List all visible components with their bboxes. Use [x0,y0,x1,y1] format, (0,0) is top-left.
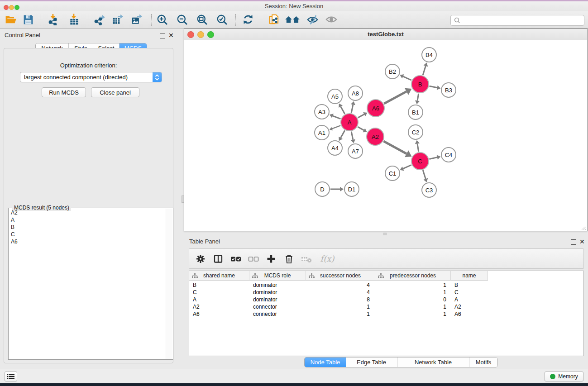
import-network-icon[interactable] [47,13,60,26]
graph-edge[interactable] [417,94,419,101]
mcds-result-item[interactable]: B [9,224,166,231]
table-row[interactable]: Adominator80A [189,296,583,303]
delete-table-icon[interactable] [301,253,312,265]
delete-row-icon[interactable] [283,253,295,265]
graph-node-A1[interactable]: A1 [315,125,329,140]
graph-node-A6[interactable]: A6 [367,100,384,117]
table-settings-icon[interactable] [195,253,206,265]
graph-edge[interactable] [332,125,341,129]
graph-edge[interactable] [430,86,437,88]
task-history-button[interactable] [5,372,17,381]
graph-edge[interactable] [403,165,411,168]
mcds-result-item[interactable]: A [9,216,166,224]
graph-node-D1[interactable]: D1 [344,182,359,196]
graph-node-D[interactable]: D [315,182,330,196]
table-row[interactable]: A2connector11A2 [189,303,583,310]
column-header-shared-name[interactable]: shared name [189,271,249,281]
save-session-icon[interactable] [22,13,34,26]
apply-function-icon[interactable]: f(x) [318,253,336,265]
graph-node-A[interactable]: A [341,114,358,131]
table-row[interactable]: Cdominator41C [189,289,583,296]
result-scrollbar[interactable] [166,209,172,359]
graph-edge[interactable] [403,76,411,80]
graph-node-A2[interactable]: A2 [367,128,384,145]
zoom-in-icon[interactable] [156,13,168,26]
zoom-traffic-light[interactable] [14,5,19,10]
close-panel-icon[interactable]: ✕ [168,33,174,38]
new-network-from-selection-icon[interactable] [268,13,281,26]
graph-node-C1[interactable]: C1 [385,166,400,181]
tab-edge-table[interactable]: Edge Table [346,357,397,367]
graph-node-C4[interactable]: C4 [441,148,456,162]
mcds-result-item[interactable]: A6 [9,238,166,245]
graph-edge[interactable] [429,157,437,159]
import-table-icon[interactable] [68,13,81,26]
network-close-traffic-light[interactable] [187,31,194,38]
table-row[interactable]: A6connector11A6 [189,310,583,318]
zoom-fit-icon[interactable] [196,13,208,26]
graph-edge[interactable] [384,91,406,104]
graph-node-B[interactable]: B [411,76,429,93]
export-table-icon[interactable] [111,13,124,26]
graph-edge[interactable] [351,105,353,113]
graph-edge[interactable] [358,114,364,118]
export-image-icon[interactable] [130,13,143,26]
graph-node-A5[interactable]: A5 [328,89,342,104]
network-zoom-traffic-light[interactable] [207,31,214,38]
tab-network-table[interactable]: Network Table [397,357,469,367]
float-panel-icon[interactable] [160,33,165,38]
column-header-predecessor-nodes[interactable]: predecessor nodes [375,271,451,281]
graph-edge[interactable] [417,143,419,152]
zoom-out-icon[interactable] [176,13,188,26]
graph-node-B2[interactable]: B2 [385,64,400,79]
close-table-panel-icon[interactable]: ✕ [579,239,585,244]
column-header-successor-nodes[interactable]: successor nodes [306,271,375,281]
tab-motifs[interactable]: Motifs [469,357,497,367]
first-neighbors-icon[interactable] [284,13,301,26]
graph-node-A4[interactable]: A4 [328,141,342,155]
hide-selected-icon[interactable] [306,13,319,26]
graph-edge[interactable] [423,170,425,179]
run-mcds-button[interactable]: Run MCDS [42,87,86,97]
search-field[interactable] [450,15,584,26]
network-minimize-traffic-light[interactable] [197,31,204,38]
column-header-name[interactable]: name [451,271,488,281]
network-graph[interactable]: B4B2BB3A5A8A6A3B1AA1C2A2A4A7C4CC1C3DD1 [184,40,587,231]
graph-node-B1[interactable]: B1 [408,105,423,119]
graph-node-A7[interactable]: A7 [348,144,363,158]
graph-node-B4[interactable]: B4 [422,48,436,62]
open-session-icon[interactable] [5,13,17,26]
graph-edge[interactable] [341,130,345,138]
zoom-selected-icon[interactable] [215,13,228,26]
graph-node-C2[interactable]: C2 [408,125,423,139]
show-all-icon[interactable] [325,13,338,26]
select-all-icon[interactable] [230,253,242,265]
deselect-all-icon[interactable] [248,253,259,265]
graph-edge[interactable] [383,141,406,154]
mcds-result-item[interactable]: A2 [9,209,166,216]
graph-edge[interactable] [341,106,345,114]
export-network-icon[interactable] [93,13,106,26]
float-table-panel-icon[interactable] [571,239,576,245]
graph-node-A8[interactable]: A8 [348,86,363,100]
columns-icon[interactable] [212,253,224,265]
graph-edge[interactable] [351,132,353,140]
minimize-traffic-light[interactable] [9,5,14,10]
criterion-dropdown[interactable]: largest connected component (directed) [20,72,162,82]
column-header-mcds-role[interactable]: MCDS role [249,271,306,281]
table-row[interactable]: Bdominator41B [189,281,583,289]
graph-node-B3[interactable]: B3 [441,83,456,97]
tab-node-table[interactable]: Node Table [305,357,346,367]
graph-edge[interactable] [423,66,425,75]
add-row-icon[interactable] [265,253,277,265]
graph-node-A3[interactable]: A3 [315,105,329,119]
close-traffic-light[interactable] [4,5,9,10]
graph-node-C[interactable]: C [411,152,429,170]
graph-edge[interactable] [358,127,364,130]
graph-node-C3[interactable]: C3 [422,183,436,197]
memory-button[interactable]: Memory [545,372,583,381]
graph-edge[interactable] [333,116,340,119]
close-panel-button[interactable]: Close panel [91,87,139,97]
search-input[interactable] [462,16,584,25]
mcds-result-item[interactable]: C [9,231,166,238]
